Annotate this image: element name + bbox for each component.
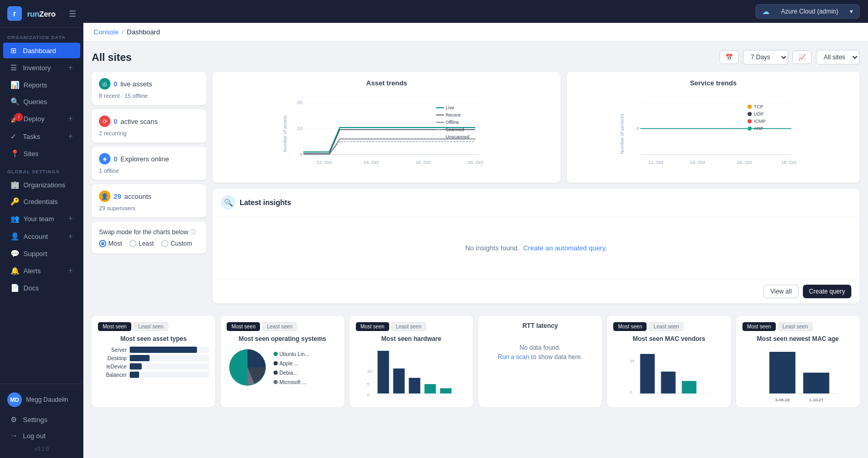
swap-label: Swap mode for the charts below ⓘ bbox=[99, 228, 199, 236]
time-filter-select[interactable]: 7 Days 1 Day 30 Days 90 Days bbox=[743, 50, 788, 65]
sidebar-item-support[interactable]: 💬 Support bbox=[3, 246, 80, 261]
site-filter-select[interactable]: All sites bbox=[816, 50, 860, 65]
most-label: Most bbox=[108, 240, 122, 247]
svg-text:14. Oct: 14. Oct bbox=[690, 160, 706, 165]
live-assets-label: live assets bbox=[120, 80, 152, 88]
hw-least-tab[interactable]: Least seen bbox=[391, 322, 426, 331]
live-assets-count[interactable]: 0 bbox=[114, 80, 117, 88]
os-most-tab[interactable]: Most seen bbox=[227, 322, 260, 331]
sidebar-item-label: Alerts bbox=[23, 267, 41, 275]
sidebar-item-reports[interactable]: 📊 Reports bbox=[3, 77, 80, 93]
calendar-button[interactable]: 📅 bbox=[720, 50, 739, 64]
sidebar-item-your-team[interactable]: 👥 Your team + bbox=[3, 210, 80, 227]
accounts-count[interactable]: 29 bbox=[114, 193, 121, 200]
legend-item: Debia... bbox=[274, 368, 309, 378]
active-scans-count[interactable]: 0 bbox=[114, 118, 117, 125]
bar-track bbox=[130, 355, 209, 361]
asset-types-card: Most seen Least seen Most seen asset typ… bbox=[92, 316, 215, 407]
ma-most-tab[interactable]: Most seen bbox=[742, 322, 776, 331]
bar-track bbox=[130, 347, 209, 353]
sidebar-item-sites[interactable]: 📍 Sites bbox=[3, 146, 80, 161]
service-trends-chart: Number of services 0 12. Oct 14. Oct 16.… bbox=[574, 92, 852, 175]
explorers-count[interactable]: 0 bbox=[114, 155, 117, 163]
account-add-button[interactable]: + bbox=[68, 232, 73, 241]
sidebar-item-inventory[interactable]: ☰ Inventory + bbox=[3, 59, 80, 76]
os-least-tab[interactable]: Least seen bbox=[262, 322, 297, 331]
breadcrumb-parent[interactable]: Console bbox=[94, 28, 119, 36]
insights-title: Latest insights bbox=[240, 198, 291, 207]
most-seen-tab[interactable]: Most seen bbox=[98, 322, 131, 331]
sidebar-item-deploy[interactable]: 🚀 Deploy ! + bbox=[3, 110, 80, 127]
deploy-add-button[interactable]: + bbox=[68, 114, 73, 123]
inventory-add-button[interactable]: + bbox=[68, 63, 73, 72]
sidebar-item-label: Settings bbox=[23, 416, 47, 424]
alerts-add-button[interactable]: + bbox=[68, 266, 73, 275]
stats-column: ◎ 0 live assets 8 recent · 15 offline ⟳ … bbox=[92, 72, 206, 310]
organizations-icon: 🏢 bbox=[10, 181, 19, 189]
os-chart-area: Ubuntu Lin... Apple ... Debia... Microso… bbox=[227, 347, 338, 390]
view-all-button[interactable]: View all bbox=[763, 285, 798, 298]
mv-most-tab[interactable]: Most seen bbox=[613, 322, 647, 331]
alerts-icon: 🔔 bbox=[10, 266, 19, 275]
mv-least-tab[interactable]: Least seen bbox=[649, 322, 684, 331]
swap-least[interactable]: Least bbox=[129, 240, 154, 247]
hardware-card: Most seen Least seen Most seen hardware … bbox=[350, 316, 473, 407]
content-area: Console / Dashboard All sites 📅 7 Days 1… bbox=[83, 23, 868, 458]
sidebar-item-label: Reports bbox=[23, 81, 47, 89]
svg-text:16. Oct: 16. Oct bbox=[416, 160, 431, 165]
org-selector[interactable]: ☁ Azure Cloud (admin) ▾ bbox=[755, 4, 860, 19]
hw-most-tab[interactable]: Most seen bbox=[356, 322, 389, 331]
sidebar-item-dashboard[interactable]: ⊞ Dashboard bbox=[3, 43, 80, 58]
bar-track bbox=[130, 363, 209, 370]
sidebar-item-settings[interactable]: ⚙ Settings bbox=[3, 412, 80, 427]
bar-row: Balancer bbox=[98, 372, 209, 378]
create-query-button[interactable]: Create query bbox=[803, 285, 851, 298]
chart-button[interactable]: 📈 bbox=[792, 50, 812, 64]
swap-most[interactable]: Most bbox=[99, 240, 122, 247]
dashboard-header: All sites 📅 7 Days 1 Day 30 Days 90 Days… bbox=[92, 50, 860, 65]
active-scans-sub: 2 recurring bbox=[99, 130, 199, 136]
mac-vendors-tabs: Most seen Least seen bbox=[613, 322, 724, 331]
ma-least-tab[interactable]: Least seen bbox=[778, 322, 813, 331]
tasks-add-button[interactable]: + bbox=[68, 132, 73, 141]
user-name: Megg Daudelin bbox=[26, 396, 68, 403]
sidebar-item-logout[interactable]: → Log out bbox=[3, 428, 80, 443]
your-team-add-button[interactable]: + bbox=[68, 214, 73, 223]
insights-header: 🔍 Latest insights bbox=[213, 189, 860, 217]
sidebar-item-credentials[interactable]: 🔑 Credentials bbox=[3, 194, 80, 209]
asset-trends-svg: Number of assets 20 10 0 bbox=[220, 92, 553, 175]
deploy-badge: ! bbox=[15, 113, 23, 121]
svg-text:Live: Live bbox=[445, 105, 454, 110]
charts-area: Asset trends Number of assets bbox=[213, 72, 860, 310]
service-trends-title: Service trends bbox=[574, 79, 852, 87]
sidebar-item-label: Deploy bbox=[23, 115, 44, 123]
rtt-suffix: to show data here. bbox=[531, 353, 582, 361]
most-radio-dot bbox=[99, 240, 106, 247]
rtt-empty-text: No data found. bbox=[490, 344, 590, 351]
sidebar-item-organizations[interactable]: 🏢 Organizations bbox=[3, 177, 80, 193]
menu-toggle[interactable]: ☰ bbox=[69, 9, 76, 19]
least-seen-tab[interactable]: Least seen bbox=[133, 322, 168, 331]
sidebar-item-account[interactable]: 👤 Account + bbox=[3, 228, 80, 245]
live-assets-sub: 8 recent · 15 offline bbox=[99, 93, 199, 99]
page-title: All sites bbox=[92, 52, 132, 63]
asset-types-title: Most seen asset types bbox=[98, 335, 209, 342]
svg-text:14. Oct: 14. Oct bbox=[364, 160, 379, 165]
run-scan-link[interactable]: Run a scan bbox=[498, 353, 529, 361]
svg-text:18. Oct: 18. Oct bbox=[782, 160, 797, 165]
info-icon: ⓘ bbox=[190, 228, 196, 236]
sites-icon: 📍 bbox=[10, 149, 19, 158]
chart-icon: 📈 bbox=[798, 54, 806, 61]
sidebar-item-tasks[interactable]: ✓ Tasks + bbox=[3, 128, 80, 145]
create-query-link[interactable]: Create an automated query. bbox=[523, 244, 607, 252]
sidebar-item-queries[interactable]: 🔍 Queries bbox=[3, 94, 80, 109]
swap-custom[interactable]: Custom bbox=[161, 240, 192, 247]
swap-mode-card: Swap mode for the charts below ⓘ Most Le… bbox=[92, 222, 206, 253]
account-icon: 👤 bbox=[10, 232, 19, 240]
sidebar-item-alerts[interactable]: 🔔 Alerts + bbox=[3, 262, 80, 279]
service-trends-svg: Number of services 0 12. Oct 14. Oct 16.… bbox=[574, 92, 852, 175]
os-tabs: Most seen Least seen bbox=[227, 322, 338, 331]
sidebar-user[interactable]: MD Megg Daudelin bbox=[0, 388, 83, 411]
bar-row: Desktop bbox=[98, 355, 209, 361]
sidebar-item-docs[interactable]: 📄 Docs bbox=[3, 280, 80, 296]
